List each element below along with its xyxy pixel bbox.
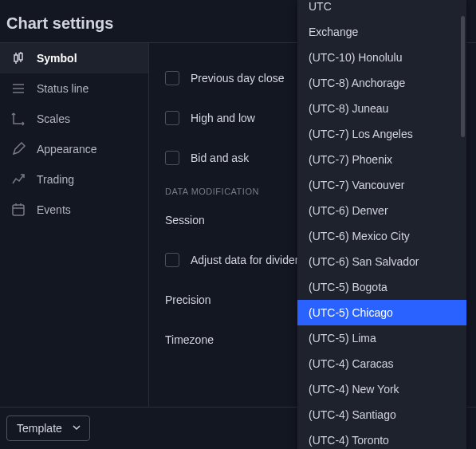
timezone-dropdown[interactable]: UTCExchange(UTC-10) Honolulu(UTC-8) Anch… bbox=[297, 0, 466, 449]
timezone-option[interactable]: (UTC-6) Mexico City bbox=[297, 223, 466, 249]
sidebar-item-label: Appearance bbox=[37, 143, 97, 156]
setting-label: Timezone bbox=[165, 333, 214, 346]
template-button[interactable]: Template bbox=[6, 416, 90, 441]
template-button-label: Template bbox=[17, 422, 62, 435]
checkbox[interactable] bbox=[165, 71, 179, 85]
sidebar-item-label: Status line bbox=[37, 82, 89, 95]
sidebar-item-status-line[interactable]: Status line bbox=[0, 73, 148, 104]
timezone-option[interactable]: (UTC-10) Honolulu bbox=[297, 45, 466, 70]
timezone-option[interactable]: Exchange bbox=[297, 19, 466, 45]
scrollbar-thumb[interactable] bbox=[461, 16, 465, 137]
timezone-option[interactable]: (UTC-7) Vancouver bbox=[297, 172, 466, 198]
setting-label: High and low bbox=[191, 112, 255, 124]
timezone-option[interactable]: (UTC-5) Lima bbox=[297, 325, 466, 351]
pencil-icon bbox=[11, 142, 26, 156]
svg-rect-3 bbox=[19, 53, 22, 60]
timezone-option[interactable]: (UTC-4) Toronto bbox=[297, 427, 466, 449]
timezone-option[interactable]: (UTC-8) Anchorage bbox=[297, 70, 466, 96]
checkbox[interactable] bbox=[165, 111, 179, 125]
sidebar-item-label: Trading bbox=[37, 173, 74, 186]
setting-label: Adjust data for dividends bbox=[191, 254, 313, 266]
timezone-option[interactable]: (UTC-5) Bogota bbox=[297, 274, 466, 300]
sidebar-item-label: Symbol bbox=[37, 52, 77, 65]
setting-label: Previous day close bbox=[191, 72, 285, 85]
timezone-option[interactable]: (UTC-8) Juneau bbox=[297, 96, 466, 121]
chevron-down-icon bbox=[72, 422, 81, 435]
list-icon bbox=[11, 81, 26, 96]
candlestick-icon bbox=[11, 51, 26, 65]
timezone-option[interactable]: (UTC-7) Los Angeles bbox=[297, 121, 466, 147]
timezone-option[interactable]: (UTC-6) Denver bbox=[297, 198, 466, 223]
sidebar-item-appearance[interactable]: Appearance bbox=[0, 134, 148, 164]
timezone-option[interactable]: (UTC-4) Caracas bbox=[297, 351, 466, 376]
timezone-option[interactable]: (UTC-4) New York bbox=[297, 376, 466, 402]
sidebar-item-trading[interactable]: Trading bbox=[0, 164, 148, 195]
sidebar-item-scales[interactable]: Scales bbox=[0, 104, 148, 134]
svg-rect-0 bbox=[14, 55, 18, 61]
timezone-option[interactable]: (UTC-6) San Salvador bbox=[297, 249, 466, 274]
sidebar-item-label: Scales bbox=[37, 112, 70, 125]
checkbox[interactable] bbox=[165, 253, 179, 267]
setting-label: Precision bbox=[165, 293, 211, 306]
axes-icon bbox=[11, 112, 26, 126]
sidebar-item-symbol[interactable]: Symbol bbox=[0, 43, 148, 73]
timezone-option[interactable]: UTC bbox=[297, 0, 466, 19]
setting-label: Session bbox=[165, 214, 205, 226]
checkbox[interactable] bbox=[165, 151, 179, 165]
timezone-option[interactable]: (UTC-4) Santiago bbox=[297, 402, 466, 427]
svg-rect-13 bbox=[13, 205, 24, 215]
trend-icon bbox=[11, 172, 26, 187]
timezone-option[interactable]: (UTC-7) Phoenix bbox=[297, 147, 466, 172]
sidebar-item-events[interactable]: Events bbox=[0, 195, 148, 225]
calendar-icon bbox=[11, 203, 26, 217]
setting-label: Bid and ask bbox=[191, 152, 249, 164]
sidebar-item-label: Events bbox=[37, 203, 71, 216]
sidebar: Symbol Status line Scales Appearance bbox=[0, 43, 149, 407]
timezone-option[interactable]: (UTC-5) Chicago bbox=[297, 300, 466, 325]
